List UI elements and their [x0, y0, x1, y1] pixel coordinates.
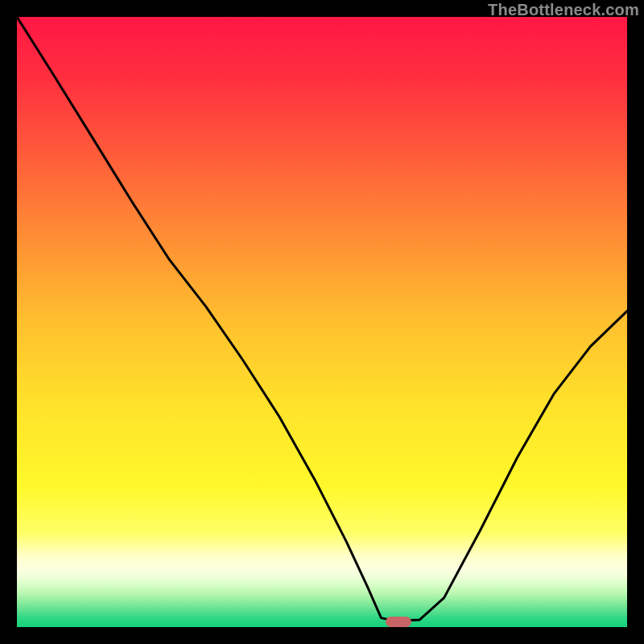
background-gradient [17, 17, 627, 627]
chart-frame: TheBottleneck.com [0, 0, 644, 644]
plot-area [17, 17, 627, 627]
watermark-text: TheBottleneck.com [488, 1, 639, 19]
svg-rect-0 [17, 17, 627, 627]
optimal-marker [386, 617, 411, 627]
